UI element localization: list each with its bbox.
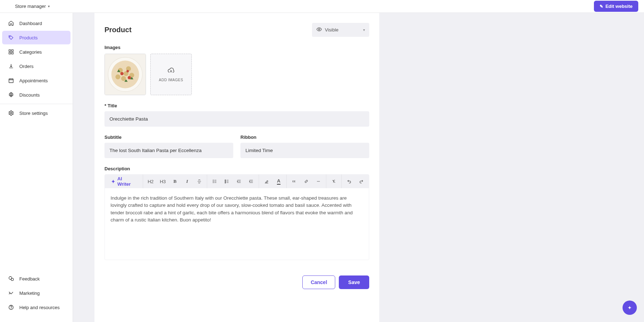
- cloud-upload-icon: [167, 67, 175, 76]
- sidebar-item-label: Discounts: [19, 92, 40, 98]
- edit-website-button[interactable]: ✎ Edit website: [594, 1, 638, 12]
- sidebar-item-products[interactable]: Products: [2, 31, 70, 44]
- sidebar-item-label: Feedback: [19, 276, 40, 282]
- sidebar-item-marketing[interactable]: Marketing: [2, 286, 70, 300]
- svg-point-0: [10, 36, 10, 37]
- redo-button[interactable]: [355, 175, 367, 187]
- undo-button[interactable]: [343, 175, 355, 187]
- edit-website-label: Edit website: [605, 4, 633, 9]
- ai-writer-button[interactable]: ✦ AI Writer: [106, 176, 141, 187]
- text-color-button[interactable]: A: [273, 175, 285, 187]
- svg-point-25: [213, 180, 213, 180]
- svg-point-23: [128, 76, 131, 79]
- ai-writer-label: AI Writer: [117, 176, 136, 187]
- assistant-fab[interactable]: ✦: [623, 301, 637, 315]
- svg-rect-2: [11, 50, 13, 52]
- description-label: Description: [104, 166, 369, 171]
- sidebar-item-label: Categories: [19, 49, 42, 55]
- svg-rect-3: [9, 52, 11, 54]
- sidebar-item-categories[interactable]: Categories: [2, 45, 70, 59]
- svg-point-24: [126, 70, 129, 72]
- sidebar-item-label: Products: [19, 35, 38, 40]
- sidebar-item-label: Dashboard: [19, 21, 42, 26]
- eye-icon: [316, 26, 322, 33]
- sidebar-item-appointments[interactable]: Appointments: [2, 74, 70, 87]
- gear-icon: [8, 110, 14, 116]
- images-label: Images: [104, 45, 369, 50]
- svg-point-12: [318, 29, 320, 30]
- link-button[interactable]: [300, 175, 312, 187]
- home-icon: [8, 20, 14, 26]
- chevron-down-icon: ▾: [363, 28, 365, 32]
- italic-button[interactable]: I: [181, 175, 193, 187]
- sidebar-item-label: Store settings: [19, 111, 48, 116]
- sidebar-item-store-settings[interactable]: Store settings: [2, 106, 70, 120]
- sidebar-item-feedback[interactable]: Feedback: [2, 272, 70, 286]
- svg-rect-5: [9, 79, 13, 83]
- svg-point-7: [10, 112, 12, 114]
- subtitle-input[interactable]: [104, 143, 233, 158]
- topbar-title: Store manager: [15, 4, 46, 9]
- sidebar-item-orders[interactable]: Orders: [2, 59, 70, 73]
- chevron-down-icon: ▾: [48, 4, 50, 8]
- sidebar-divider: [0, 104, 73, 104]
- chat-icon: [8, 275, 14, 282]
- content-area: Product Visible ▾ Images: [73, 13, 644, 322]
- svg-point-26: [213, 181, 213, 181]
- h3-button[interactable]: H3: [157, 175, 169, 187]
- highlight-button[interactable]: [260, 175, 273, 187]
- svg-point-6: [10, 94, 12, 96]
- visibility-label: Visible: [325, 27, 338, 33]
- svg-point-9: [11, 278, 14, 281]
- sidebar-item-label: Marketing: [19, 291, 40, 296]
- add-images-label: ADD IMAGES: [159, 78, 183, 82]
- tag-icon: [8, 34, 14, 41]
- bullet-list-button[interactable]: [209, 175, 221, 187]
- gear-icon: [8, 92, 14, 98]
- h2-button[interactable]: H2: [145, 175, 157, 187]
- product-image-thumb[interactable]: [104, 54, 146, 95]
- title-input[interactable]: [104, 111, 369, 127]
- svg-text:3: 3: [225, 182, 226, 184]
- save-button[interactable]: Save: [339, 275, 369, 289]
- trend-icon: [8, 290, 14, 296]
- sidebar-item-label: Help and resources: [19, 305, 60, 310]
- svg-point-22: [120, 72, 123, 75]
- sparkle-icon: ✦: [628, 305, 632, 311]
- subtitle-label: Subtitle: [104, 135, 233, 140]
- svg-point-19: [121, 76, 126, 81]
- topbar: Store manager ▾ ✎ Edit website: [0, 0, 644, 13]
- pencil-icon: ✎: [600, 4, 603, 9]
- page-title: Product: [104, 26, 132, 34]
- sidebar-item-dashboard[interactable]: Dashboard: [2, 16, 70, 30]
- description-textarea[interactable]: Indulge in the rich tradition of Souther…: [105, 188, 369, 260]
- svg-point-11: [11, 308, 11, 309]
- visibility-select[interactable]: Visible ▾: [312, 23, 369, 37]
- download-icon: [8, 63, 14, 69]
- sidebar-item-discounts[interactable]: Discounts: [2, 88, 70, 102]
- horizontal-rule-button[interactable]: [312, 175, 325, 187]
- sidebar-item-label: Appointments: [19, 78, 48, 83]
- svg-rect-4: [11, 52, 13, 54]
- clear-format-button[interactable]: [328, 175, 340, 187]
- title-label: * Title: [104, 103, 369, 108]
- outdent-button[interactable]: [233, 175, 245, 187]
- calendar-icon: [8, 77, 14, 84]
- quote-button[interactable]: [288, 175, 300, 187]
- store-manager-dropdown[interactable]: Store manager ▾: [15, 4, 50, 9]
- strikethrough-button[interactable]: [193, 175, 205, 187]
- sidebar-item-help[interactable]: Help and resources: [2, 301, 70, 314]
- editor-toolbar: ✦ AI Writer H2 H3 B I: [105, 175, 369, 188]
- cancel-button[interactable]: Cancel: [302, 275, 335, 289]
- bold-button[interactable]: B: [169, 175, 181, 187]
- svg-point-20: [116, 74, 121, 79]
- sparkle-icon: ✦: [111, 179, 115, 184]
- description-editor: ✦ AI Writer H2 H3 B I: [104, 174, 369, 260]
- footer-actions: Cancel Save: [94, 270, 379, 289]
- ribbon-input[interactable]: [240, 143, 369, 158]
- indent-button[interactable]: [245, 175, 257, 187]
- grid-icon: [8, 49, 14, 55]
- svg-point-27: [213, 182, 213, 183]
- add-images-button[interactable]: ADD IMAGES: [150, 54, 192, 95]
- numbered-list-button[interactable]: 123: [221, 175, 233, 187]
